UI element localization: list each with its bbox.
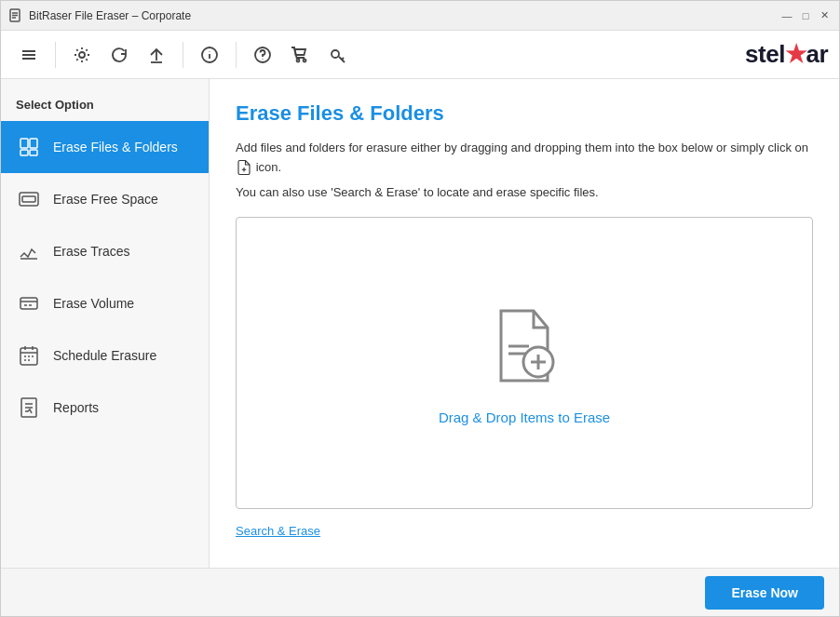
erase-now-button[interactable]: Erase Now: [705, 576, 824, 610]
reports-icon: [16, 395, 42, 421]
divider-1: [55, 42, 56, 68]
svg-rect-26: [20, 298, 37, 309]
sidebar-item-erase-traces[interactable]: Erase Traces: [1, 225, 209, 277]
logo-area: stel★ar: [745, 40, 828, 69]
content-description: Add files and folders for erasure either…: [236, 139, 813, 178]
sidebar-label-erase-free-space: Erase Free Space: [53, 192, 158, 207]
sidebar-label-erase-files: Erase Files & Folders: [53, 140, 178, 154]
page-title: Erase Files & Folders: [236, 101, 813, 126]
svg-point-15: [304, 59, 306, 61]
menu-button[interactable]: [12, 38, 46, 72]
key-button[interactable]: [320, 38, 354, 72]
svg-line-18: [342, 58, 344, 60]
sidebar-item-erase-volume[interactable]: Erase Volume: [1, 277, 209, 329]
sidebar-label-erase-traces: Erase Traces: [53, 244, 129, 259]
svg-rect-21: [20, 150, 28, 155]
content-area: Erase Files & Folders Add files and fold…: [210, 79, 839, 568]
sidebar-item-reports[interactable]: Reports: [1, 382, 209, 434]
refresh-button[interactable]: [102, 38, 136, 72]
logo-text-1: stel: [745, 40, 785, 68]
settings-button[interactable]: [65, 38, 99, 72]
erase-files-icon: [16, 134, 42, 160]
svg-rect-20: [30, 139, 37, 148]
close-button[interactable]: ✕: [817, 8, 832, 23]
toolbar: stel★ar: [1, 31, 839, 79]
cart-button[interactable]: [283, 38, 317, 72]
drop-zone[interactable]: Drag & Drop Items to Erase: [236, 217, 813, 509]
add-file-inline-icon: [236, 159, 252, 176]
title-text: BitRaser File Eraser – Corporate: [29, 9, 191, 22]
search-erase-link[interactable]: Search & Erase: [236, 524, 320, 538]
svg-point-13: [263, 59, 264, 60]
sidebar-item-erase-files[interactable]: Erase Files & Folders: [1, 121, 209, 173]
svg-point-7: [79, 52, 85, 58]
erase-free-space-icon: [16, 186, 42, 212]
logo-text-2: ar: [806, 40, 828, 68]
divider-2: [183, 42, 183, 68]
svg-rect-24: [22, 196, 35, 202]
sidebar-item-erase-free-space[interactable]: Erase Free Space: [1, 173, 209, 225]
sidebar: Select Option Erase Files & Folders: [1, 79, 210, 568]
svg-point-14: [297, 59, 300, 61]
sidebar-label-schedule-erasure: Schedule Erasure: [53, 348, 156, 363]
info-button[interactable]: [193, 38, 226, 72]
app-icon: [8, 8, 23, 23]
title-bar: BitRaser File Eraser – Corporate — □ ✕: [1, 1, 839, 31]
main-layout: Select Option Erase Files & Folders: [1, 79, 839, 568]
minimize-button[interactable]: —: [779, 8, 794, 23]
erase-traces-icon: [16, 238, 42, 264]
sidebar-label-erase-volume: Erase Volume: [53, 296, 134, 311]
divider-3: [236, 42, 237, 68]
maximize-button[interactable]: □: [798, 8, 813, 23]
help-button[interactable]: [246, 38, 279, 72]
content-description-2: You can also use 'Search & Erase' to loc…: [236, 183, 813, 203]
logo-star: ★: [785, 40, 806, 68]
sidebar-section-title: Select Option: [1, 87, 209, 121]
sidebar-item-schedule-erasure[interactable]: Schedule Erasure: [1, 329, 209, 382]
upload-button[interactable]: [140, 38, 173, 72]
svg-point-11: [210, 51, 210, 52]
svg-point-16: [332, 50, 339, 58]
drop-zone-text: Drag & Drop Items to Erase: [439, 409, 610, 425]
window-controls: — □ ✕: [779, 8, 832, 23]
drop-zone-icon: [478, 302, 571, 395]
sidebar-label-reports: Reports: [53, 400, 99, 415]
bottom-bar: Erase Now: [1, 568, 839, 616]
schedule-erasure-icon: [16, 342, 42, 369]
svg-rect-19: [20, 139, 28, 148]
svg-rect-22: [30, 150, 37, 155]
erase-volume-icon: [16, 290, 42, 316]
